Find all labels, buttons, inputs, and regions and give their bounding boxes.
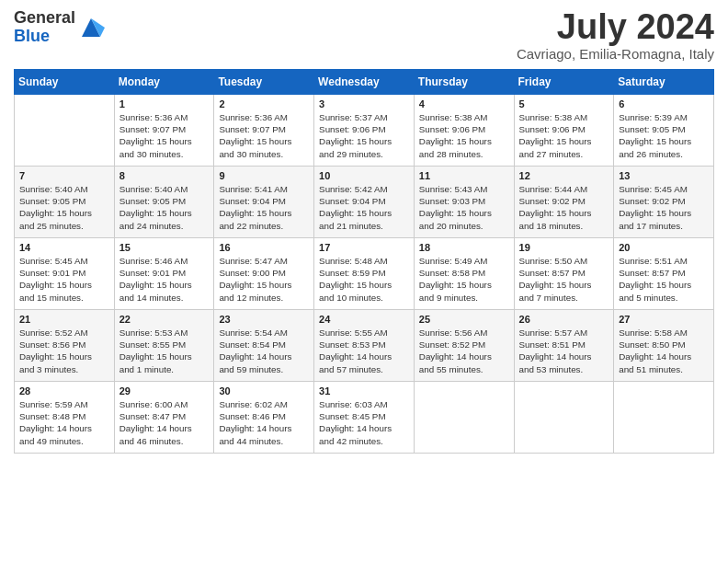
day-number: 5 xyxy=(519,98,609,109)
day-number: 14 xyxy=(19,242,109,253)
logo-text: General Blue xyxy=(14,9,75,46)
calendar-week-row: 28Sunrise: 5:59 AM Sunset: 8:48 PM Dayli… xyxy=(15,382,714,454)
day-number: 6 xyxy=(619,98,709,109)
day-number: 24 xyxy=(319,314,409,325)
calendar-cell: 21Sunrise: 5:52 AM Sunset: 8:56 PM Dayli… xyxy=(15,310,115,382)
day-info: Sunrise: 5:45 AM Sunset: 9:01 PM Dayligh… xyxy=(19,255,109,304)
day-number: 4 xyxy=(419,98,509,109)
calendar-week-row: 1Sunrise: 5:36 AM Sunset: 9:07 PM Daylig… xyxy=(15,95,714,167)
calendar-cell: 16Sunrise: 5:47 AM Sunset: 9:00 PM Dayli… xyxy=(214,238,314,310)
day-number: 7 xyxy=(19,170,109,181)
title-section: July 2024 Cavriago, Emilia-Romagna, Ital… xyxy=(517,9,714,62)
day-info: Sunrise: 5:40 AM Sunset: 9:05 PM Dayligh… xyxy=(119,183,210,232)
day-number: 26 xyxy=(519,314,609,325)
day-info: Sunrise: 5:57 AM Sunset: 8:51 PM Dayligh… xyxy=(519,327,609,375)
day-info: Sunrise: 5:44 AM Sunset: 9:02 PM Dayligh… xyxy=(519,183,609,232)
calendar-week-row: 21Sunrise: 5:52 AM Sunset: 8:56 PM Dayli… xyxy=(15,310,714,382)
day-info: Sunrise: 5:59 AM Sunset: 8:48 PM Dayligh… xyxy=(19,398,109,447)
calendar-header-tuesday: Tuesday xyxy=(214,70,314,95)
day-number: 29 xyxy=(119,385,210,396)
calendar-cell: 13Sunrise: 5:45 AM Sunset: 9:02 PM Dayli… xyxy=(614,167,714,238)
day-number: 28 xyxy=(19,385,109,396)
calendar-cell: 14Sunrise: 5:45 AM Sunset: 9:01 PM Dayli… xyxy=(15,238,115,310)
day-number: 15 xyxy=(119,242,210,253)
calendar-header-thursday: Thursday xyxy=(414,70,514,95)
subtitle: Cavriago, Emilia-Romagna, Italy xyxy=(517,46,714,62)
day-info: Sunrise: 5:40 AM Sunset: 9:05 PM Dayligh… xyxy=(19,183,109,232)
calendar-cell: 19Sunrise: 5:50 AM Sunset: 8:57 PM Dayli… xyxy=(514,238,614,310)
calendar-cell: 10Sunrise: 5:42 AM Sunset: 9:04 PM Dayli… xyxy=(314,167,415,238)
calendar-cell: 26Sunrise: 5:57 AM Sunset: 8:51 PM Dayli… xyxy=(514,310,614,382)
logo-general: General xyxy=(14,9,75,28)
day-info: Sunrise: 5:48 AM Sunset: 8:59 PM Dayligh… xyxy=(319,255,409,304)
calendar-cell: 5Sunrise: 5:38 AM Sunset: 9:06 PM Daylig… xyxy=(514,95,614,167)
month-title: July 2024 xyxy=(517,9,714,44)
calendar-cell: 29Sunrise: 6:00 AM Sunset: 8:47 PM Dayli… xyxy=(114,382,214,454)
calendar-cell: 9Sunrise: 5:41 AM Sunset: 9:04 PM Daylig… xyxy=(214,167,314,238)
day-number: 21 xyxy=(19,314,109,325)
day-number: 16 xyxy=(219,242,309,253)
calendar-cell: 7Sunrise: 5:40 AM Sunset: 9:05 PM Daylig… xyxy=(15,167,115,238)
calendar-cell: 12Sunrise: 5:44 AM Sunset: 9:02 PM Dayli… xyxy=(514,167,614,238)
calendar-cell: 6Sunrise: 5:39 AM Sunset: 9:05 PM Daylig… xyxy=(614,95,714,167)
calendar-cell: 2Sunrise: 5:36 AM Sunset: 9:07 PM Daylig… xyxy=(214,95,314,167)
calendar-cell: 3Sunrise: 5:37 AM Sunset: 9:06 PM Daylig… xyxy=(314,95,415,167)
header: General Blue July 2024 Cavriago, Emilia-… xyxy=(14,9,714,62)
calendar-cell: 28Sunrise: 5:59 AM Sunset: 8:48 PM Dayli… xyxy=(15,382,115,454)
day-info: Sunrise: 5:43 AM Sunset: 9:03 PM Dayligh… xyxy=(419,183,509,232)
calendar-cell xyxy=(15,95,115,167)
calendar-cell: 30Sunrise: 6:02 AM Sunset: 8:46 PM Dayli… xyxy=(214,382,314,454)
calendar-cell: 23Sunrise: 5:54 AM Sunset: 8:54 PM Dayli… xyxy=(214,310,314,382)
calendar-week-row: 14Sunrise: 5:45 AM Sunset: 9:01 PM Dayli… xyxy=(15,238,714,310)
day-number: 12 xyxy=(519,170,609,181)
day-info: Sunrise: 5:56 AM Sunset: 8:52 PM Dayligh… xyxy=(419,327,509,375)
day-number: 10 xyxy=(319,170,409,181)
logo-blue: Blue xyxy=(14,28,75,46)
day-number: 18 xyxy=(419,242,509,253)
calendar-cell: 11Sunrise: 5:43 AM Sunset: 9:03 PM Dayli… xyxy=(414,167,514,238)
calendar-cell xyxy=(414,382,514,454)
calendar-header-row: SundayMondayTuesdayWednesdayThursdayFrid… xyxy=(15,70,714,95)
day-info: Sunrise: 5:51 AM Sunset: 8:57 PM Dayligh… xyxy=(619,255,709,304)
day-info: Sunrise: 5:39 AM Sunset: 9:05 PM Dayligh… xyxy=(619,111,709,160)
day-info: Sunrise: 5:36 AM Sunset: 9:07 PM Dayligh… xyxy=(219,111,309,160)
calendar-cell: 24Sunrise: 5:55 AM Sunset: 8:53 PM Dayli… xyxy=(314,310,415,382)
day-number: 30 xyxy=(219,385,309,396)
logo-icon xyxy=(77,14,105,41)
day-number: 9 xyxy=(219,170,309,181)
calendar-cell: 1Sunrise: 5:36 AM Sunset: 9:07 PM Daylig… xyxy=(114,95,214,167)
day-info: Sunrise: 5:45 AM Sunset: 9:02 PM Dayligh… xyxy=(619,183,709,232)
calendar-cell: 25Sunrise: 5:56 AM Sunset: 8:52 PM Dayli… xyxy=(414,310,514,382)
day-info: Sunrise: 5:41 AM Sunset: 9:04 PM Dayligh… xyxy=(219,183,309,232)
day-info: Sunrise: 5:38 AM Sunset: 9:06 PM Dayligh… xyxy=(419,111,509,160)
calendar-cell: 4Sunrise: 5:38 AM Sunset: 9:06 PM Daylig… xyxy=(414,95,514,167)
day-number: 17 xyxy=(319,242,409,253)
calendar-cell: 17Sunrise: 5:48 AM Sunset: 8:59 PM Dayli… xyxy=(314,238,415,310)
calendar-header-wednesday: Wednesday xyxy=(314,70,415,95)
calendar-cell: 27Sunrise: 5:58 AM Sunset: 8:50 PM Dayli… xyxy=(614,310,714,382)
day-info: Sunrise: 5:37 AM Sunset: 9:06 PM Dayligh… xyxy=(319,111,409,160)
calendar-cell: 18Sunrise: 5:49 AM Sunset: 8:58 PM Dayli… xyxy=(414,238,514,310)
day-info: Sunrise: 5:42 AM Sunset: 9:04 PM Dayligh… xyxy=(319,183,409,232)
day-number: 1 xyxy=(119,98,210,109)
calendar-header-monday: Monday xyxy=(114,70,214,95)
day-info: Sunrise: 5:53 AM Sunset: 8:55 PM Dayligh… xyxy=(119,327,210,375)
calendar-cell: 22Sunrise: 5:53 AM Sunset: 8:55 PM Dayli… xyxy=(114,310,214,382)
day-number: 23 xyxy=(219,314,309,325)
calendar-cell xyxy=(514,382,614,454)
day-info: Sunrise: 5:58 AM Sunset: 8:50 PM Dayligh… xyxy=(619,327,709,375)
day-info: Sunrise: 5:38 AM Sunset: 9:06 PM Dayligh… xyxy=(519,111,609,160)
calendar-cell: 8Sunrise: 5:40 AM Sunset: 9:05 PM Daylig… xyxy=(114,167,214,238)
calendar-header-saturday: Saturday xyxy=(614,70,714,95)
day-info: Sunrise: 6:03 AM Sunset: 8:45 PM Dayligh… xyxy=(319,398,409,447)
calendar-week-row: 7Sunrise: 5:40 AM Sunset: 9:05 PM Daylig… xyxy=(15,167,714,238)
calendar-cell: 15Sunrise: 5:46 AM Sunset: 9:01 PM Dayli… xyxy=(114,238,214,310)
day-number: 25 xyxy=(419,314,509,325)
day-number: 13 xyxy=(619,170,709,181)
day-info: Sunrise: 6:00 AM Sunset: 8:47 PM Dayligh… xyxy=(119,398,210,447)
day-number: 8 xyxy=(119,170,210,181)
day-info: Sunrise: 5:49 AM Sunset: 8:58 PM Dayligh… xyxy=(419,255,509,304)
calendar-cell xyxy=(614,382,714,454)
day-number: 11 xyxy=(419,170,509,181)
day-info: Sunrise: 5:46 AM Sunset: 9:01 PM Dayligh… xyxy=(119,255,210,304)
